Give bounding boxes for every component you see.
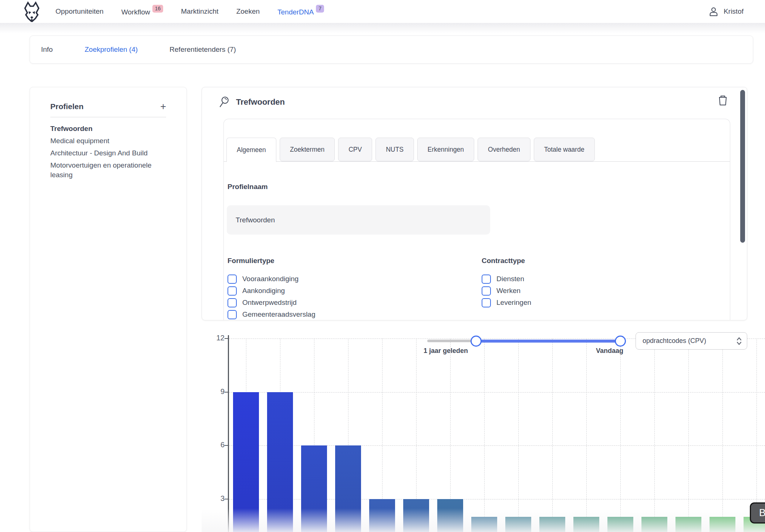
checkbox-aankondiging[interactable] bbox=[228, 286, 237, 296]
checkbox-row-aankondiging[interactable]: Aankondiging bbox=[228, 286, 316, 295]
formuliertype-options: VooraankondigingAankondigingOntwerpwedst… bbox=[228, 275, 316, 322]
profile-tab-erkenningen[interactable]: Erkenningen bbox=[417, 138, 474, 161]
y-tick-mark bbox=[225, 338, 228, 339]
checkbox-leveringen[interactable] bbox=[482, 298, 491, 307]
user-icon bbox=[708, 6, 719, 17]
profile-tabs: AlgemeenZoektermenCPVNUTSErkenningenOver… bbox=[226, 138, 726, 162]
profiles-sidebar: Profielen + TrefwoordenMedical equipment… bbox=[30, 87, 187, 532]
profile-detail-panel: Trefwoorden AlgemeenZoektermenCPVNUTSErk… bbox=[202, 87, 747, 320]
gridline-h bbox=[229, 392, 765, 393]
panel-header: Trefwoorden bbox=[219, 96, 285, 108]
chart-bar bbox=[369, 499, 395, 532]
tab-info[interactable]: Info bbox=[41, 46, 53, 54]
sidebar-divider bbox=[50, 117, 166, 117]
y-tick-label: 9 bbox=[206, 387, 225, 396]
magnifier-icon bbox=[219, 96, 230, 108]
gridline-v bbox=[484, 339, 485, 532]
feedback-button[interactable]: B bbox=[750, 502, 765, 523]
gridline-v bbox=[518, 339, 519, 532]
chart-bar bbox=[437, 499, 463, 532]
chart-bar bbox=[675, 517, 701, 532]
profile-item-trefwoorden[interactable]: Trefwoorden bbox=[50, 124, 166, 134]
formuliertype-label: Formuliertype bbox=[228, 257, 274, 265]
date-range-slider-range[interactable] bbox=[475, 340, 621, 343]
nav-item-label: Zoeken bbox=[236, 7, 260, 15]
profile-form-card: AlgemeenZoektermenCPVNUTSErkenningenOver… bbox=[223, 119, 730, 320]
gridline-v bbox=[586, 339, 587, 532]
nav-badge: 7 bbox=[316, 5, 324, 13]
tab-referentietenders-7[interactable]: Referentietenders (7) bbox=[169, 46, 236, 54]
chart-bar bbox=[539, 517, 565, 532]
add-profile-button[interactable]: + bbox=[160, 103, 166, 110]
checkbox-label: Gemeenteraadsverslag bbox=[242, 310, 316, 319]
checkbox-label: Diensten bbox=[496, 275, 524, 283]
y-axis-line bbox=[228, 335, 229, 532]
contracttype-label: Contracttype bbox=[482, 257, 525, 265]
y-tick-mark bbox=[225, 499, 228, 499]
profile-item-medical-equipment[interactable]: Medical equipment bbox=[50, 136, 166, 146]
checkbox-label: Vooraankondiging bbox=[242, 275, 299, 283]
profile-item-motorvoertuigen-en-operationele-leasing[interactable]: Motorvoertuigen en operationele leasing bbox=[50, 161, 166, 180]
checkbox-row-leveringen[interactable]: Leveringen bbox=[482, 298, 531, 307]
chart-bar bbox=[403, 499, 429, 532]
profile-tab-nuts[interactable]: NUTS bbox=[375, 138, 414, 161]
main-nav: OpportuniteitenWorkflow16MarktinzichtZoe… bbox=[55, 0, 324, 23]
checkbox-vooraankondiging[interactable] bbox=[228, 275, 237, 284]
nav-item-opportuniteiten[interactable]: Opportuniteiten bbox=[55, 7, 104, 16]
cpv-select[interactable]: opdrachtcodes (CPV) bbox=[636, 332, 747, 350]
checkbox-label: Ontwerpwedstrijd bbox=[242, 299, 297, 307]
gridline-v bbox=[552, 339, 553, 532]
user-menu[interactable]: Kristof bbox=[708, 0, 744, 23]
gridline-v bbox=[688, 339, 689, 532]
checkbox-row-diensten[interactable]: Diensten bbox=[482, 275, 531, 283]
nav-item-label: Workflow bbox=[121, 9, 150, 16]
checkbox-ontwerpwedstrijd[interactable] bbox=[228, 298, 237, 307]
chart-bar bbox=[641, 517, 667, 532]
checkbox-gemeenteraadsverslag[interactable] bbox=[228, 310, 237, 319]
profile-tab-algemeen[interactable]: Algemeen bbox=[226, 138, 276, 162]
profielnaam-input[interactable] bbox=[227, 205, 490, 235]
checkbox-row-gemeenteraadsverslag[interactable]: Gemeenteraadsverslag bbox=[228, 310, 316, 319]
nav-item-label: TenderDNA bbox=[277, 9, 314, 16]
checkbox-label: Werken bbox=[496, 287, 520, 295]
profile-tab-totale-waarde[interactable]: Totale waarde bbox=[534, 138, 595, 161]
slider-handle-start[interactable] bbox=[471, 336, 482, 347]
slider-handle-end[interactable] bbox=[615, 336, 626, 347]
profile-tab-zoektermen[interactable]: Zoektermen bbox=[280, 138, 335, 161]
sidebar-header: Profielen + bbox=[30, 87, 186, 111]
nav-item-tenderdna[interactable]: TenderDNA7 bbox=[277, 6, 324, 16]
slider-end-label: Vandaag bbox=[596, 347, 623, 355]
checkbox-label: Leveringen bbox=[496, 299, 531, 307]
y-tick-label: 6 bbox=[206, 441, 225, 449]
checkbox-row-vooraankondiging[interactable]: Vooraankondiging bbox=[228, 275, 316, 283]
nav-item-marktinzicht[interactable]: Marktinzicht bbox=[181, 7, 218, 16]
sidebar-title: Profielen bbox=[50, 102, 84, 111]
app-root: OpportuniteitenWorkflow16MarktinzichtZoe… bbox=[0, 0, 765, 532]
nav-item-workflow[interactable]: Workflow16 bbox=[121, 6, 163, 16]
wolf-logo[interactable] bbox=[21, 1, 42, 23]
panel-scrollbar-thumb[interactable] bbox=[740, 90, 745, 243]
gridline-v bbox=[654, 339, 655, 532]
chart-bar bbox=[233, 392, 259, 532]
chart-bar bbox=[710, 517, 735, 532]
profile-tab-cpv[interactable]: CPV bbox=[338, 138, 372, 161]
profile-tab-overheden[interactable]: Overheden bbox=[478, 138, 530, 161]
contracttype-options: DienstenWerkenLeveringen bbox=[482, 275, 531, 310]
nav-badge: 16 bbox=[152, 5, 164, 13]
profielnaam-label: Profielnaam bbox=[228, 183, 268, 191]
checkbox-row-werken[interactable]: Werken bbox=[482, 286, 531, 295]
tender-activity-chart: 1 jaar geleden Vandaag opdrachtcodes (CP… bbox=[202, 325, 765, 532]
checkbox-diensten[interactable] bbox=[482, 275, 491, 284]
gridline-v bbox=[722, 339, 723, 532]
delete-profile-button[interactable] bbox=[718, 95, 728, 107]
checkbox-werken[interactable] bbox=[482, 286, 491, 296]
profile-item-architectuur-design-and-build[interactable]: Architectuur - Design And Build bbox=[50, 148, 166, 158]
nav-item-zoeken[interactable]: Zoeken bbox=[236, 7, 260, 16]
chart-bar bbox=[573, 517, 599, 532]
checkbox-label: Aankondiging bbox=[242, 287, 285, 295]
tab-zoekprofielen-4[interactable]: Zoekprofielen (4) bbox=[85, 46, 138, 54]
checkbox-row-ontwerpwedstrijd[interactable]: Ontwerpwedstrijd bbox=[228, 298, 316, 307]
y-tick-mark bbox=[225, 392, 228, 393]
chart-bar bbox=[471, 517, 497, 532]
gridline-v bbox=[620, 339, 621, 532]
